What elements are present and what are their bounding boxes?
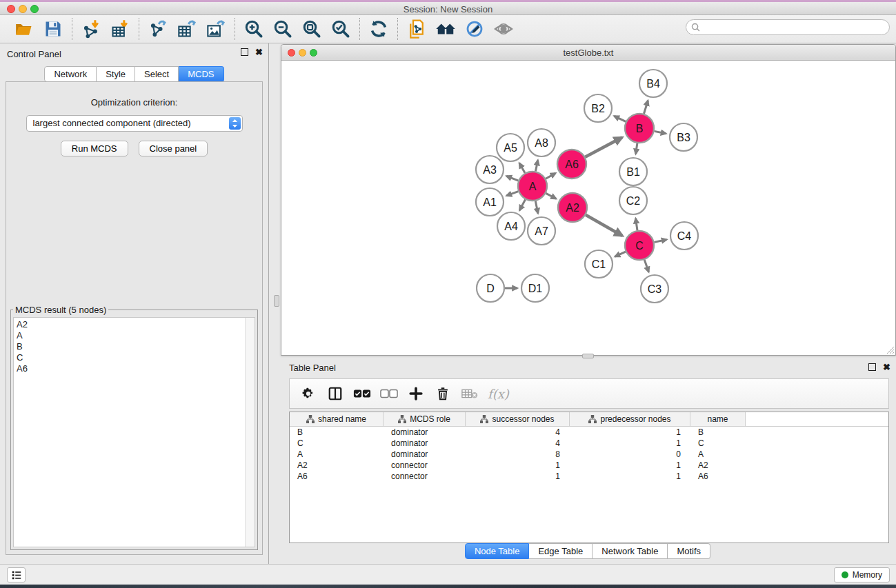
column-header-name[interactable]: name: [690, 412, 746, 426]
graph-node-B4[interactable]: B4: [639, 70, 667, 97]
graph-edge-A-A5[interactable]: [519, 163, 525, 173]
close-panel-icon[interactable]: ✖: [255, 48, 263, 56]
graph-edge-A-A8[interactable]: [535, 160, 537, 171]
create-column-icon[interactable]: [406, 383, 426, 404]
delete-column-trash-icon[interactable]: [432, 383, 453, 404]
result-list-item[interactable]: A: [17, 330, 255, 341]
run-mcds-button[interactable]: Run MCDS: [61, 141, 128, 156]
column-header-shared-name[interactable]: shared name: [290, 412, 384, 426]
zoom-selected-icon[interactable]: [329, 17, 352, 41]
zoom-in-icon[interactable]: [242, 17, 266, 41]
result-list-item[interactable]: A2: [17, 319, 255, 330]
graph-edge-A6-B[interactable]: [585, 137, 621, 156]
panel-divider-vertical[interactable]: [274, 295, 279, 307]
graph-edge-B-B1[interactable]: [636, 143, 637, 154]
show-graphics-details-icon[interactable]: [492, 17, 515, 41]
tab-style[interactable]: Style: [97, 66, 135, 82]
graph-node-A3[interactable]: A3: [476, 156, 504, 183]
graph-node-D[interactable]: D: [477, 274, 504, 302]
graph-edge-A-A6[interactable]: [546, 173, 555, 179]
result-list-item[interactable]: B: [17, 341, 255, 352]
graph-node-C2[interactable]: C2: [619, 187, 647, 214]
import-network-icon[interactable]: [79, 17, 103, 41]
select-all-rows-icon[interactable]: [352, 383, 372, 404]
graph-edge-B-B2[interactable]: [614, 116, 626, 121]
refresh-icon[interactable]: [367, 17, 390, 41]
home-icon[interactable]: [434, 17, 457, 41]
memory-button[interactable]: Memory: [834, 567, 890, 582]
graph-edge-B-B4[interactable]: [644, 101, 648, 114]
graph-node-D1[interactable]: D1: [521, 274, 549, 302]
tab-edge-table[interactable]: Edge Table: [529, 543, 593, 559]
graph-edge-C-C3[interactable]: [644, 260, 648, 272]
graph-node-A6[interactable]: A6: [557, 150, 586, 179]
clone-network-icon[interactable]: [405, 17, 428, 41]
panel-divider-horizontal[interactable]: [582, 354, 594, 358]
tab-mcds[interactable]: MCDS: [179, 66, 223, 82]
graph-edge-C-C1[interactable]: [615, 252, 626, 256]
hide-labels-icon[interactable]: [463, 17, 486, 41]
zoom-fit-icon[interactable]: [300, 17, 323, 41]
import-table-icon[interactable]: [108, 17, 132, 41]
graph-edge-A2-C[interactable]: [586, 215, 622, 236]
window-resize-grip[interactable]: [886, 345, 895, 354]
show-column-panel-icon[interactable]: [325, 383, 346, 404]
graph-edge-B-B3[interactable]: [655, 131, 666, 133]
open-session-icon[interactable]: [12, 17, 36, 41]
network-window-titlebar[interactable]: testGlobe.txt: [281, 45, 895, 61]
graph-edge-A-A4[interactable]: [519, 199, 525, 210]
graph-node-C4[interactable]: C4: [670, 222, 698, 250]
table-row[interactable]: A6connector11A6: [290, 471, 888, 482]
column-header-MCDS-role[interactable]: MCDS role: [384, 412, 466, 426]
deselect-all-rows-icon[interactable]: [379, 383, 399, 404]
network-canvas[interactable]: AA1A2A3A4A5A6A7A8BB1B2B3B4CC1C2C3C4DD1: [281, 61, 895, 355]
float-panel-icon[interactable]: [868, 363, 876, 371]
criterion-select[interactable]: largest connected component (directed): [26, 115, 243, 132]
graph-node-A2[interactable]: A2: [558, 193, 587, 222]
graph-node-C3[interactable]: C3: [641, 275, 668, 303]
search-input[interactable]: [703, 23, 889, 32]
graph-node-B2[interactable]: B2: [584, 94, 612, 122]
select-stepper-icon[interactable]: [229, 117, 241, 130]
export-network-icon[interactable]: [146, 17, 170, 41]
graph-edge-C-C2[interactable]: [636, 219, 637, 230]
graph-node-A1[interactable]: A1: [476, 188, 504, 216]
close-panel-button[interactable]: Close panel: [139, 141, 208, 156]
float-panel-icon[interactable]: [241, 48, 248, 56]
result-list-item[interactable]: C: [17, 352, 255, 363]
graph-node-B3[interactable]: B3: [670, 123, 697, 151]
column-header-successor-nodes[interactable]: successor nodes: [466, 412, 570, 426]
tab-network-table[interactable]: Network Table: [593, 543, 668, 559]
mcds-result-list[interactable]: A2ABCA6: [13, 317, 255, 547]
graph-node-B1[interactable]: B1: [619, 158, 647, 185]
graph-node-C[interactable]: C: [625, 231, 654, 260]
graph-node-B[interactable]: B: [625, 114, 654, 143]
save-session-icon[interactable]: [41, 17, 65, 41]
graph-node-C1[interactable]: C1: [585, 250, 613, 278]
table-settings-gear-icon[interactable]: [298, 383, 319, 404]
graph-edge-C-C4[interactable]: [655, 239, 667, 242]
graph-node-A5[interactable]: A5: [497, 134, 524, 161]
column-header-predecessor-nodes[interactable]: predecessor nodes: [570, 412, 690, 426]
graph-edge-A-A1[interactable]: [506, 192, 518, 196]
graph-node-A[interactable]: A: [518, 172, 547, 201]
result-list-item[interactable]: A6: [17, 363, 255, 374]
table-row[interactable]: Bdominator41B: [290, 427, 888, 438]
result-scrollbar[interactable]: [245, 318, 255, 547]
export-image-icon[interactable]: [204, 17, 228, 41]
graph-edge-A-A2[interactable]: [546, 193, 556, 199]
search-field[interactable]: [686, 19, 890, 35]
close-panel-icon[interactable]: ✖: [883, 363, 890, 371]
graph-node-A8[interactable]: A8: [528, 129, 555, 156]
graph-node-A7[interactable]: A7: [528, 217, 555, 245]
tab-motifs[interactable]: Motifs: [668, 543, 710, 559]
tab-node-table[interactable]: Node Table: [465, 543, 530, 559]
table-row[interactable]: Adominator80A: [290, 449, 888, 460]
network-graph[interactable]: AA1A2A3A4A5A6A7A8BB1B2B3B4CC1C2C3C4DD1: [281, 61, 895, 355]
export-table-icon[interactable]: [175, 17, 199, 41]
graph-node-A4[interactable]: A4: [497, 212, 525, 240]
graph-edge-A-A7[interactable]: [535, 201, 538, 214]
table-row[interactable]: Cdominator41C: [290, 438, 888, 449]
tab-select[interactable]: Select: [135, 66, 179, 82]
zoom-out-icon[interactable]: [271, 17, 295, 41]
